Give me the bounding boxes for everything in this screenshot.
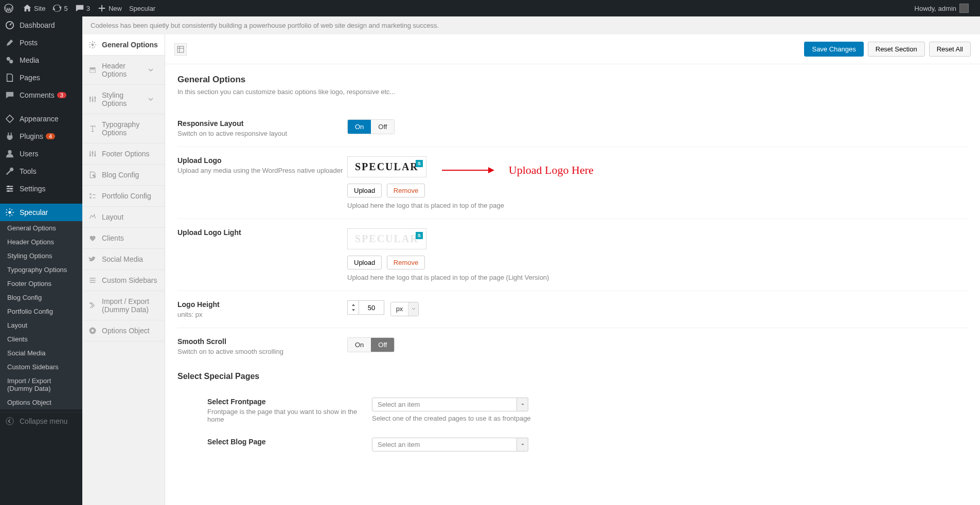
expand-options-button[interactable] <box>174 43 187 56</box>
sub-typography-options[interactable]: Typography Options <box>0 263 82 277</box>
opt-options-object[interactable]: Options Object <box>82 320 165 341</box>
reset-all-button[interactable]: Reset All <box>929 42 971 57</box>
annotation-arrow <box>442 167 494 173</box>
logo-height-input[interactable] <box>359 300 384 315</box>
blogpage-select[interactable]: Select an item <box>372 438 528 452</box>
menu-pages[interactable]: Pages <box>0 69 82 86</box>
height-spinner-icon[interactable] <box>347 300 359 315</box>
wp-admin-bar: Site 5 3 New Specular Howdy, admin <box>0 0 980 16</box>
opt-custom-sidebars[interactable]: Custom Sidebars <box>82 270 165 291</box>
svg-point-4 <box>10 188 12 190</box>
opt-general-options[interactable]: General Options <box>82 34 165 56</box>
opt-footer-options[interactable]: Footer Options <box>82 143 165 165</box>
logo-preview-text: SPECULAR <box>355 161 419 172</box>
sub-footer-options[interactable]: Footer Options <box>0 277 82 291</box>
logo-light-preview-text: SPECULAR <box>355 233 419 244</box>
sub-general-options[interactable]: General Options <box>0 221 82 235</box>
wp-sidebar: Dashboard Posts Media Pages Comments3 Ap… <box>0 16 82 505</box>
sub-custom-sidebars[interactable]: Custom Sidebars <box>0 360 82 374</box>
chevron-down-icon <box>517 398 528 411</box>
responsive-desc: Switch on to active responsive layout <box>177 130 347 137</box>
opt-layout[interactable]: Layout <box>82 207 165 228</box>
section-desc: In this section you can customize basic … <box>177 88 968 96</box>
smooth-scroll-title: Smooth Scroll <box>177 337 347 346</box>
menu-appearance[interactable]: Appearance <box>0 110 82 128</box>
opt-blog-config[interactable]: Blog Config <box>82 165 165 186</box>
logo-light-badge-icon: S <box>416 232 423 239</box>
frontpage-hint: Select one of the created pages to use i… <box>372 414 968 422</box>
smooth-scroll-desc: Switch on to active smooth scrolling <box>177 348 347 355</box>
opt-clients[interactable]: Clients <box>82 228 165 249</box>
sub-header-options[interactable]: Header Options <box>0 235 82 249</box>
smooth-on[interactable]: On <box>348 338 371 352</box>
chevron-down-icon <box>408 302 418 316</box>
specular-label: Specular <box>129 5 155 12</box>
menu-comments[interactable]: Comments3 <box>0 86 82 104</box>
save-changes-button[interactable]: Save Changes <box>804 42 863 57</box>
sub-styling-options[interactable]: Styling Options <box>0 249 82 263</box>
svg-point-5 <box>8 190 10 192</box>
responsive-off[interactable]: Off <box>371 120 394 134</box>
menu-settings[interactable]: Settings <box>0 180 82 197</box>
site-home-link[interactable]: Site <box>23 4 45 13</box>
account-link[interactable]: Howdy, admin <box>915 4 969 13</box>
wp-logo-icon[interactable] <box>4 4 15 13</box>
svg-point-12 <box>92 99 93 101</box>
specular-link[interactable]: Specular <box>129 5 155 12</box>
avatar <box>959 4 969 13</box>
sub-portfolio-config[interactable]: Portfolio Config <box>0 304 82 318</box>
comments-count: 3 <box>86 5 90 12</box>
logo-badge-icon: S <box>416 160 423 167</box>
svg-point-18 <box>91 302 92 303</box>
opt-styling-options[interactable]: Styling Options <box>82 85 165 114</box>
svg-point-2 <box>8 150 11 154</box>
updates-count: 5 <box>64 5 67 12</box>
svg-rect-10 <box>90 70 95 73</box>
opt-typography-options[interactable]: Typography Options <box>82 114 165 143</box>
updates-link[interactable]: 5 <box>52 4 67 13</box>
menu-posts[interactable]: Posts <box>0 34 82 51</box>
menu-dashboard[interactable]: Dashboard <box>0 16 82 34</box>
smooth-scroll-toggle[interactable]: On Off <box>347 337 395 352</box>
opt-header-options[interactable]: Header Options <box>82 56 165 85</box>
upload-logo-light-button[interactable]: Upload <box>347 256 382 269</box>
menu-media[interactable]: Media <box>0 51 82 69</box>
comments-badge: 3 <box>57 92 66 98</box>
menu-plugins[interactable]: Plugins4 <box>0 128 82 145</box>
opt-social-media[interactable]: Social Media <box>82 249 165 270</box>
howdy-text: Howdy, admin <box>915 5 956 12</box>
svg-point-3 <box>8 186 10 188</box>
menu-users[interactable]: Users <box>0 145 82 163</box>
opt-import-export[interactable]: Import / Export (Dummy Data) <box>82 291 165 320</box>
svg-point-16 <box>94 155 96 156</box>
upload-logo-hint: Upload here the logo that is placed in t… <box>347 202 968 209</box>
sub-import-export[interactable]: Import / Export (Dummy Data) <box>0 374 82 395</box>
sub-clients[interactable]: Clients <box>0 332 82 346</box>
remove-logo-light-button[interactable]: Remove <box>387 256 425 269</box>
upload-logo-button[interactable]: Upload <box>347 184 382 197</box>
collapse-menu[interactable]: Collapse menu <box>0 412 82 430</box>
new-content-link[interactable]: New <box>97 4 122 13</box>
sub-social-media[interactable]: Social Media <box>0 346 82 360</box>
sub-blog-config[interactable]: Blog Config <box>0 291 82 304</box>
frontpage-select[interactable]: Select an item <box>372 398 528 411</box>
codeless-tagline: Codeless has been quietly but consistent… <box>82 16 980 34</box>
responsive-toggle[interactable]: On Off <box>347 119 395 134</box>
remove-logo-button[interactable]: Remove <box>387 184 425 197</box>
comments-link[interactable]: 3 <box>75 4 90 13</box>
svg-point-17 <box>90 302 91 303</box>
annotation-text: Upload Logo Here <box>509 164 594 177</box>
menu-specular[interactable]: Specular <box>0 204 82 221</box>
sub-layout[interactable]: Layout <box>0 318 82 332</box>
responsive-on[interactable]: On <box>348 120 371 134</box>
menu-tools[interactable]: Tools <box>0 163 82 180</box>
blogpage-placeholder: Select an item <box>372 438 517 452</box>
svg-rect-9 <box>90 67 95 69</box>
unit-select[interactable]: px <box>390 302 419 316</box>
sub-options-object[interactable]: Options Object <box>0 395 82 409</box>
opt-portfolio-config[interactable]: Portfolio Config <box>82 186 165 207</box>
upload-logo-desc: Upload any media using the WordPress nat… <box>177 167 347 174</box>
reset-section-button[interactable]: Reset Section <box>868 42 925 57</box>
upload-logo-light-title: Upload Logo Light <box>177 228 347 237</box>
smooth-off[interactable]: Off <box>371 338 394 352</box>
